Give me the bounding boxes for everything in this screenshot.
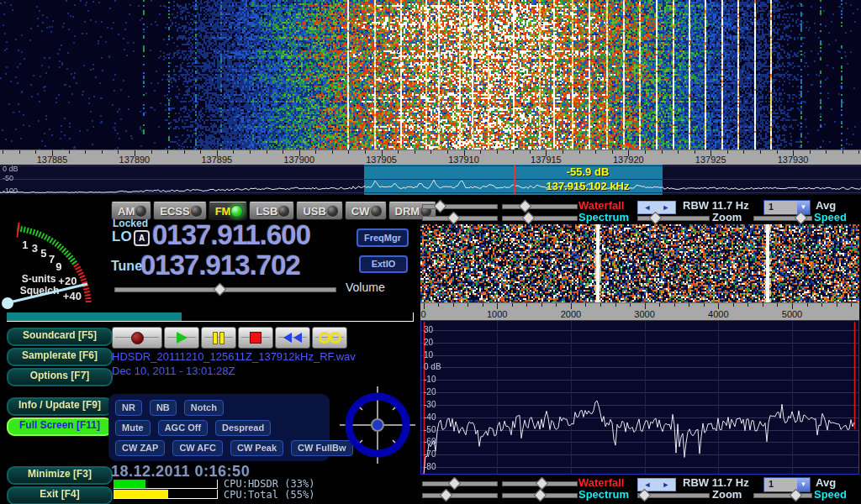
waterfall-contrast-slider[interactable]: [502, 204, 578, 209]
samplerate-button[interactable]: Samplerate [F6]: [7, 348, 113, 366]
zoom-slider[interactable]: [637, 493, 710, 498]
main-waterfall[interactable]: [0, 0, 861, 150]
full-screen-button[interactable]: Full Screen [F11]: [7, 417, 113, 436]
scale-tick: [530, 150, 531, 154]
lo-frequency-display[interactable]: 0137.911.600: [152, 219, 310, 251]
scale-tick: [315, 150, 316, 154]
mute-button[interactable]: Mute: [115, 420, 151, 436]
avg-dropdown-value[interactable]: 1: [764, 201, 797, 214]
avg-dropdown[interactable]: 1▾: [763, 477, 811, 492]
notch-button[interactable]: Notch: [184, 400, 224, 416]
waterfall-brightness-slider[interactable]: [422, 481, 498, 486]
stop-button[interactable]: [238, 327, 273, 349]
exit-button[interactable]: Exit [F4]: [7, 486, 113, 504]
zoom-slider[interactable]: [637, 216, 710, 221]
scale-tick: [695, 150, 695, 154]
mode-button-ecss[interactable]: ECSS: [153, 202, 206, 220]
despread-button[interactable]: Despread: [215, 420, 271, 436]
waterfall-brightness-slider[interactable]: [422, 204, 498, 209]
play-button[interactable]: [164, 327, 199, 349]
spectrum-ref-slider[interactable]: [422, 216, 498, 221]
display-control-strip-bottom: Waterfall◄►RBW 11.7 Hz1▾AvgSpectrumZoomS…: [420, 477, 861, 501]
speed-slider[interactable]: [753, 493, 812, 498]
avg-dropdown[interactable]: 1▾: [763, 200, 811, 215]
chevron-down-icon[interactable]: ▾: [797, 478, 810, 491]
scale-tick: [467, 303, 468, 307]
mode-led: [277, 205, 290, 218]
spinner-left-arrow-icon[interactable]: ◄: [644, 202, 652, 213]
spectrum-ref-slider-thumb[interactable]: [440, 489, 453, 502]
avg-dropdown-value[interactable]: 1: [764, 478, 797, 491]
cw-peak-button[interactable]: CW Peak: [230, 440, 283, 456]
audio-frequency-scale[interactable]: 010002000300040005000: [420, 302, 859, 320]
spectrum-ref-slider-thumb[interactable]: [447, 212, 461, 225]
mode-button-lsb[interactable]: LSB: [249, 202, 294, 220]
spectrum-ref-slider[interactable]: [422, 493, 498, 498]
minimize-button[interactable]: Minimize [F3]: [7, 466, 113, 485]
soundcard-button[interactable]: Soundcard [F5]: [7, 328, 113, 346]
tune-frequency-display[interactable]: 0137.913.702: [140, 249, 300, 281]
loop-button[interactable]: [312, 327, 347, 349]
scale-tick: [541, 303, 542, 307]
waterfall-brightness-slider-thumb[interactable]: [434, 200, 447, 213]
volume-slider-thumb[interactable]: [214, 283, 227, 297]
mode-label: CW: [351, 205, 370, 218]
auto-lo-badge[interactable]: A: [134, 230, 150, 246]
audio-spectrum-panel[interactable]: 3020100 dB-10-20-30-40-50-60-70-80: [420, 320, 859, 475]
mode-label: FM: [215, 205, 231, 218]
freqmgr-button[interactable]: FreqMgr: [357, 228, 409, 247]
nb-button[interactable]: NB: [150, 400, 177, 416]
rewind-button[interactable]: [275, 327, 310, 349]
phase-dial[interactable]: Phase 0: [340, 385, 415, 465]
display-control-strip-top: Waterfall◄►RBW 11.7 Hz1▾AvgSpectrumZoomS…: [420, 200, 861, 224]
spectrum-range-slider[interactable]: [502, 493, 578, 498]
scale-tick: [807, 303, 808, 307]
audio-frequency-tick-label: 5000: [782, 309, 802, 319]
main-frequency-scale[interactable]: 1378851378901378951379001379051379101379…: [0, 150, 861, 165]
info-update-button[interactable]: Info / Update [F9]: [7, 397, 113, 416]
mode-button-usb[interactable]: USB: [296, 202, 342, 220]
playback-progress-bar[interactable]: [7, 312, 414, 322]
mode-button-row: AMECSSFMLSBUSBCWDRM: [111, 202, 413, 220]
scale-tick: [526, 303, 527, 307]
spinner-right-arrow-icon[interactable]: ►: [663, 202, 670, 213]
spectrum-db-label: -40: [424, 412, 436, 422]
play-icon: [177, 332, 188, 344]
zoom-label: Zoom: [712, 488, 742, 501]
pause-button[interactable]: [201, 327, 236, 349]
extio-button[interactable]: ExtIO: [359, 255, 408, 273]
options-button[interactable]: Options [F7]: [7, 368, 113, 386]
cw-afc-button[interactable]: CW AFC: [172, 440, 223, 456]
mode-button-cw[interactable]: CW: [345, 202, 387, 220]
scale-tick: [585, 303, 586, 307]
volume-slider[interactable]: [114, 287, 336, 292]
audio-waterfall[interactable]: [420, 224, 859, 302]
waterfall-contrast-slider-thumb[interactable]: [536, 477, 549, 491]
scale-tick: [777, 303, 778, 307]
speed-slider[interactable]: [753, 216, 812, 221]
scale-tick: [398, 150, 399, 154]
scale-tick: [704, 303, 705, 307]
spectrum-db-label: -50: [424, 425, 436, 434]
mode-led: [326, 205, 339, 218]
waterfall-brightness-slider-thumb[interactable]: [447, 477, 461, 491]
mode-button-fm[interactable]: FM: [209, 202, 248, 220]
spectrum-db-label: 30: [424, 325, 433, 334]
cw-zap-button[interactable]: CW ZAP: [115, 440, 165, 456]
nr-button[interactable]: NR: [115, 400, 142, 416]
spectrum-db-label: 20: [424, 338, 433, 347]
agc-off-button[interactable]: AGC Off: [158, 420, 208, 436]
record-button[interactable]: [112, 327, 162, 349]
spectrum-range-slider-thumb[interactable]: [533, 489, 547, 502]
waterfall-contrast-slider[interactable]: [502, 481, 578, 486]
mode-label: USB: [303, 205, 325, 218]
spectrum-range-slider-thumb[interactable]: [522, 212, 536, 225]
s-meter[interactable]: [0, 202, 109, 321]
tune-cursor-line[interactable]: [514, 165, 515, 195]
frequency-tick-label: 137905: [366, 155, 397, 165]
main-spectrum-strip[interactable]: 0 dB -50 -100 -55.9 dB 137.915.102 kHz: [0, 165, 861, 195]
waterfall-contrast-slider-thumb[interactable]: [518, 200, 531, 213]
spectrum-range-slider[interactable]: [502, 216, 578, 221]
spinner-right-arrow-icon[interactable]: ►: [663, 479, 670, 491]
scale-tick: [267, 150, 267, 154]
